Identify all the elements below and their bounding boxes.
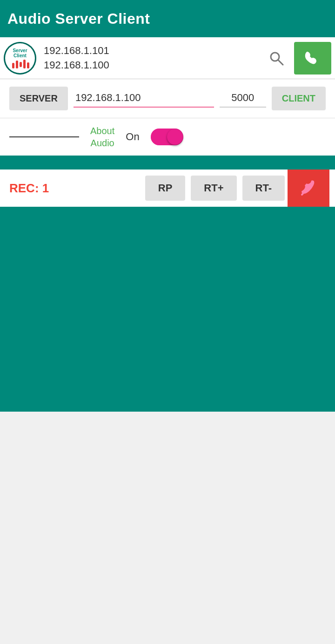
bottom-area	[0, 412, 335, 598]
svg-rect-7	[23, 60, 26, 68]
app-logo: Server Client	[4, 42, 36, 75]
about-audio-link[interactable]: About Audio	[90, 125, 114, 149]
rec-label: REC: 1	[6, 181, 142, 196]
about-underline	[9, 136, 79, 137]
svg-text:Server: Server	[13, 48, 27, 53]
port-input[interactable]	[220, 90, 266, 108]
ip-input[interactable]	[74, 90, 214, 108]
rt-plus-button[interactable]: RT+	[191, 176, 236, 201]
controls-row: REC: 1 RP RT+ RT-	[0, 169, 335, 207]
toggle-thumb	[167, 129, 183, 145]
client-button[interactable]: CLIENT	[272, 87, 326, 110]
rt-minus-button[interactable]: RT-	[242, 176, 285, 201]
mode-row: SERVER CLIENT	[0, 79, 335, 118]
server-button[interactable]: SERVER	[9, 87, 68, 110]
app-bar: Audio Server Client	[0, 0, 335, 37]
search-button[interactable]	[262, 44, 290, 72]
address-line-2: 192.168.1.100	[44, 58, 255, 73]
svg-rect-5	[16, 61, 18, 68]
rp-button[interactable]: RP	[145, 176, 186, 201]
toggle-switch[interactable]	[151, 129, 183, 145]
svg-text:Client: Client	[13, 53, 27, 58]
teal-separator	[0, 156, 335, 169]
svg-rect-6	[20, 62, 22, 67]
call-button[interactable]	[294, 42, 331, 75]
end-call-button[interactable]	[288, 169, 329, 207]
address-text: 192.168.1.101 192.168.1.100	[40, 42, 259, 75]
address-line-1: 192.168.1.101	[44, 44, 255, 58]
svg-line-10	[278, 60, 283, 65]
on-label: On	[126, 131, 139, 143]
about-row: About Audio On	[0, 118, 335, 156]
main-content-area	[0, 207, 335, 412]
app-title: Audio Server Client	[7, 10, 150, 27]
svg-rect-4	[12, 63, 14, 68]
svg-rect-8	[27, 62, 29, 68]
address-bar: Server Client 192.168.1.101 192.168.1.10…	[0, 37, 335, 79]
